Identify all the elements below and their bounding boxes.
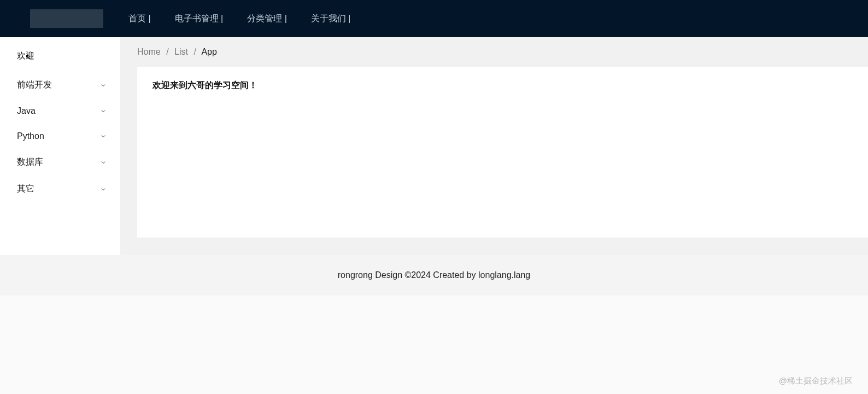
nav-ebook-manage[interactable]: 电子书管理 | — [175, 13, 224, 25]
chevron-down-icon — [99, 107, 107, 115]
nav-category-manage[interactable]: 分类管理 | — [247, 13, 287, 25]
sidebar-item-python[interactable]: Python — [0, 124, 120, 149]
content-panel: 欢迎来到六哥的学习空间！ — [137, 67, 868, 237]
breadcrumb-current: App — [201, 47, 216, 56]
breadcrumb: Home / List / App — [120, 47, 868, 67]
welcome-text: 欢迎来到六哥的学习空间！ — [153, 80, 853, 91]
nav-home[interactable]: 首页 | — [128, 13, 151, 25]
footer: rongrong Design ©2024 Created by longlan… — [0, 255, 868, 296]
chevron-down-icon — [99, 82, 107, 89]
footer-text: rongrong Design ©2024 Created by longlan… — [338, 270, 530, 280]
sidebar-item-label: Python — [17, 131, 44, 141]
breadcrumb-home[interactable]: Home — [137, 47, 161, 56]
breadcrumb-separator: / — [193, 47, 196, 56]
content-area: Home / List / App 欢迎来到六哥的学习空间！ — [120, 37, 868, 255]
logo-placeholder — [30, 9, 103, 28]
watermark: @稀土掘金技术社区 — [779, 376, 853, 386]
chevron-down-icon — [99, 159, 107, 166]
sidebar-item-java[interactable]: Java — [0, 99, 120, 124]
main-wrap: 欢迎 前端开发 Java Python 数据库 其它 Home / List / — [0, 37, 868, 255]
nav-about[interactable]: 关于我们 | — [311, 13, 351, 25]
breadcrumb-list[interactable]: List — [174, 47, 188, 56]
chevron-down-icon — [99, 186, 107, 193]
sidebar-item-label: 欢迎 — [17, 50, 34, 62]
sidebar-item-label: Java — [17, 106, 36, 116]
sidebar-item-label: 前端开发 — [17, 79, 52, 91]
sidebar-item-other[interactable]: 其它 — [0, 176, 120, 202]
sidebar-item-welcome[interactable]: 欢迎 — [0, 47, 120, 72]
sidebar: 欢迎 前端开发 Java Python 数据库 其它 — [0, 37, 120, 255]
sidebar-item-label: 数据库 — [17, 157, 43, 168]
sidebar-item-database[interactable]: 数据库 — [0, 149, 120, 176]
sidebar-item-frontend[interactable]: 前端开发 — [0, 72, 120, 99]
breadcrumb-separator: / — [166, 47, 168, 56]
top-header: 首页 | 电子书管理 | 分类管理 | 关于我们 | — [0, 0, 868, 37]
top-nav: 首页 | 电子书管理 | 分类管理 | 关于我们 | — [128, 13, 350, 25]
chevron-down-icon — [99, 132, 107, 140]
sidebar-item-label: 其它 — [17, 183, 34, 195]
